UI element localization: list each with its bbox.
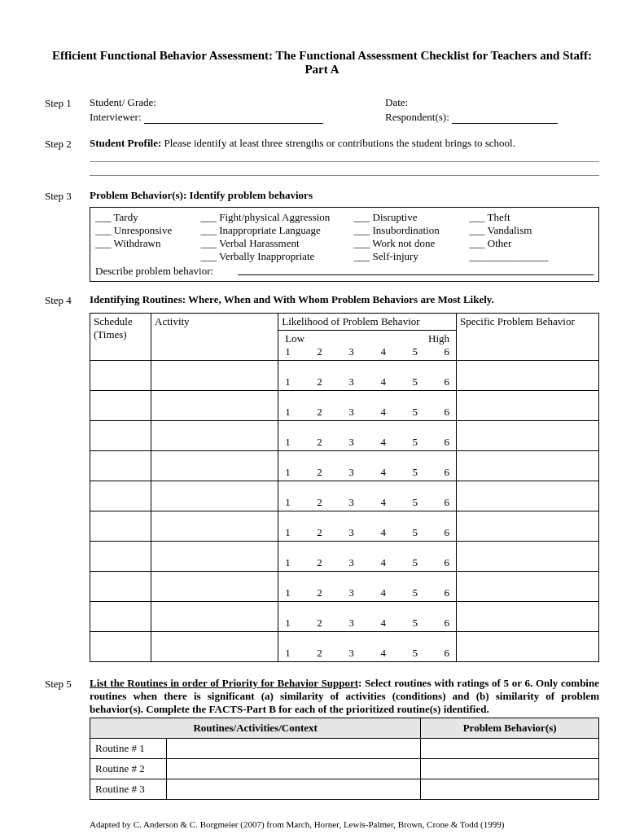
routine-3-behavior[interactable] [421, 779, 599, 800]
activity-cell[interactable] [151, 572, 278, 602]
scale-6[interactable]: 6 [444, 375, 449, 388]
scale-1[interactable]: 1 [285, 406, 291, 419]
scale-3[interactable]: 3 [348, 375, 354, 388]
check-verbally-inappropriate[interactable]: Verbally Inappropriate [200, 250, 353, 263]
scale-5[interactable]: 5 [412, 617, 418, 630]
scale-6[interactable]: 6 [444, 345, 449, 358]
scale-1[interactable]: 1 [285, 375, 291, 388]
scale-1[interactable]: 1 [285, 436, 291, 449]
scale-4[interactable]: 4 [380, 526, 386, 539]
scale-3[interactable]: 3 [348, 556, 354, 569]
specific-cell[interactable] [457, 481, 599, 511]
check-withdrawn[interactable]: Withdrawn [95, 237, 200, 250]
scale-6[interactable]: 6 [444, 647, 449, 660]
activity-cell[interactable] [151, 451, 278, 481]
scale-2[interactable]: 2 [317, 586, 322, 599]
scale-1[interactable]: 1 [285, 556, 291, 569]
schedule-cell[interactable] [90, 481, 151, 511]
scale-5[interactable]: 5 [412, 436, 418, 449]
specific-cell[interactable] [457, 451, 599, 481]
scale-4[interactable]: 4 [380, 556, 386, 569]
scale-5[interactable]: 5 [412, 406, 418, 419]
scale-1[interactable]: 1 [285, 466, 291, 479]
scale-3[interactable]: 3 [348, 496, 354, 509]
scale-4[interactable]: 4 [380, 406, 386, 419]
specific-cell[interactable] [457, 602, 599, 632]
scale-4[interactable]: 4 [380, 496, 386, 509]
scale-5[interactable]: 5 [412, 466, 418, 479]
check-other[interactable]: Other _______________ [469, 237, 594, 263]
scale-6[interactable]: 6 [444, 586, 449, 599]
scale-4[interactable]: 4 [380, 586, 386, 599]
schedule-cell[interactable] [90, 542, 151, 572]
activity-cell[interactable] [151, 481, 278, 511]
scale-4[interactable]: 4 [380, 647, 386, 660]
specific-cell[interactable] [457, 572, 599, 602]
specific-cell[interactable] [457, 391, 599, 421]
activity-cell[interactable] [151, 361, 278, 391]
check-disruptive[interactable]: Disruptive [354, 211, 469, 224]
schedule-cell[interactable] [90, 602, 151, 632]
scale-5[interactable]: 5 [412, 647, 418, 660]
scale-6[interactable]: 6 [444, 406, 449, 419]
interviewer-input[interactable] [144, 123, 323, 124]
scale-1[interactable]: 1 [285, 617, 291, 630]
scale-3[interactable]: 3 [348, 647, 354, 660]
scale-3[interactable]: 3 [348, 466, 354, 479]
scale-3[interactable]: 3 [348, 345, 354, 358]
scale-4[interactable]: 4 [380, 617, 386, 630]
scale-3[interactable]: 3 [348, 406, 354, 419]
profile-line-2[interactable] [90, 164, 599, 176]
scale-6[interactable]: 6 [444, 466, 449, 479]
scale-3[interactable]: 3 [348, 436, 354, 449]
check-self-injury[interactable]: Self-injury [354, 250, 469, 263]
schedule-cell[interactable] [90, 451, 151, 481]
scale-6[interactable]: 6 [444, 556, 449, 569]
scale-5[interactable]: 5 [412, 345, 418, 358]
activity-cell[interactable] [151, 391, 278, 421]
describe-input[interactable] [238, 265, 594, 275]
check-tardy[interactable]: Tardy [95, 211, 200, 224]
scale-4[interactable]: 4 [380, 466, 386, 479]
check-theft[interactable]: Theft [469, 211, 594, 224]
scale-5[interactable]: 5 [412, 586, 418, 599]
check-insubordination[interactable]: Insubordination [354, 224, 469, 237]
scale-4[interactable]: 4 [380, 345, 386, 358]
activity-cell[interactable] [151, 421, 278, 451]
scale-5[interactable]: 5 [412, 496, 418, 509]
activity-cell[interactable] [151, 542, 278, 572]
scale-2[interactable]: 2 [317, 375, 322, 388]
scale-3[interactable]: 3 [348, 617, 354, 630]
check-inappropriate-language[interactable]: Inappropriate Language [200, 224, 353, 237]
scale-2[interactable]: 2 [317, 466, 322, 479]
scale-1[interactable]: 1 [285, 496, 291, 509]
specific-cell[interactable] [457, 511, 599, 542]
scale-3[interactable]: 3 [348, 526, 354, 539]
specific-cell[interactable] [457, 421, 599, 451]
scale-5[interactable]: 5 [412, 556, 418, 569]
scale-6[interactable]: 6 [444, 617, 449, 630]
schedule-cell[interactable] [90, 632, 151, 662]
routine-2-behavior[interactable] [421, 759, 599, 779]
schedule-cell[interactable] [90, 391, 151, 421]
schedule-cell[interactable] [90, 361, 151, 391]
scale-2[interactable]: 2 [317, 526, 322, 539]
check-vandalism[interactable]: Vandalism [469, 224, 594, 237]
scale-2[interactable]: 2 [317, 345, 322, 358]
check-verbal-harassment[interactable]: Verbal Harassment [200, 237, 353, 250]
specific-cell[interactable] [457, 361, 599, 391]
scale-2[interactable]: 2 [317, 436, 322, 449]
check-unresponsive[interactable]: Unresponsive [95, 224, 200, 237]
schedule-cell[interactable] [90, 572, 151, 602]
scale-1[interactable]: 1 [285, 647, 291, 660]
schedule-cell[interactable] [90, 421, 151, 451]
schedule-cell[interactable] [90, 511, 151, 542]
activity-cell[interactable] [151, 511, 278, 542]
scale-4[interactable]: 4 [380, 375, 386, 388]
scale-5[interactable]: 5 [412, 375, 418, 388]
routine-1-behavior[interactable] [421, 739, 599, 759]
routine-1-context[interactable] [166, 739, 421, 759]
respondent-input[interactable] [452, 123, 558, 124]
scale-4[interactable]: 4 [380, 436, 386, 449]
scale-2[interactable]: 2 [317, 617, 322, 630]
